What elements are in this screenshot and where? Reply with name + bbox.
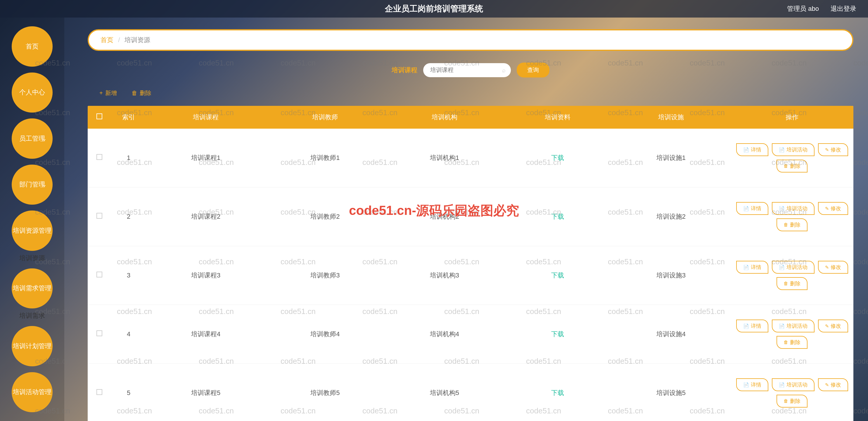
download-link[interactable]: 下载 <box>551 389 564 396</box>
download-link[interactable]: 下载 <box>551 213 564 220</box>
cell-facility: 培训设施2 <box>611 187 731 246</box>
cell-facility: 培训设施3 <box>611 246 731 305</box>
sidebar-item-5[interactable]: 培训需求管理 <box>12 268 53 309</box>
data-table: 索引培训课程培训教师培训机构培训资料培训设施操作 1培训课程1培训教师1培训机构… <box>88 106 854 421</box>
cell-index: 5 <box>111 364 146 421</box>
cell-org: 培训机构4 <box>385 305 504 364</box>
row-checkbox[interactable] <box>96 272 102 277</box>
edit-button[interactable]: ✎修改 <box>818 261 848 274</box>
table-header-2: 培训课程 <box>146 106 266 129</box>
cell-index: 3 <box>111 246 146 305</box>
table-row: 3培训课程3培训教师3培训机构3下载培训设施3📄详情📄培训活动✎修改🗑删除 <box>88 246 854 305</box>
edit-button-icon: ✎ <box>825 206 829 211</box>
activity-button[interactable]: 📄培训活动 <box>772 378 814 391</box>
download-link[interactable]: 下载 <box>551 272 564 279</box>
row-delete-button-icon: 🗑 <box>783 163 788 169</box>
cell-index: 2 <box>111 187 146 246</box>
activity-button[interactable]: 📄培训活动 <box>772 261 814 274</box>
sidebar-item-1[interactable]: 个人中心 <box>12 72 53 113</box>
detail-button[interactable]: 📄详情 <box>736 143 768 156</box>
logout-link[interactable]: 退出登录 <box>831 4 856 13</box>
sidebar: 首页个人中心员工管理部门管理培训资源管理培训资源培训需求管理培训需求培训计划管理… <box>0 18 64 421</box>
download-link[interactable]: 下载 <box>551 154 564 161</box>
delete-button[interactable]: 🗑 删除 <box>131 89 151 97</box>
table-row: 1培训课程1培训教师1培训机构1下载培训设施1📄详情📄培训活动✎修改🗑删除 <box>88 129 854 187</box>
cell-course: 培训课程2 <box>146 187 266 246</box>
detail-button[interactable]: 📄详情 <box>736 320 768 332</box>
search-button[interactable]: 查询 <box>517 63 550 78</box>
table-header-3: 培训教师 <box>266 106 384 129</box>
plus-icon: + <box>99 90 103 96</box>
select-all-checkbox[interactable] <box>96 114 102 119</box>
detail-button[interactable]: 📄详情 <box>736 378 768 391</box>
activity-button[interactable]: 📄培训活动 <box>772 202 814 215</box>
sidebar-item-2[interactable]: 员工管理 <box>12 118 53 159</box>
row-checkbox[interactable] <box>96 213 102 219</box>
table-header-1: 索引 <box>111 106 146 129</box>
row-delete-button[interactable]: 🗑删除 <box>777 277 807 290</box>
app-title: 企业员工岗前培训管理系统 <box>385 3 483 14</box>
cell-facility: 培训设施5 <box>611 364 731 421</box>
cell-org: 培训机构5 <box>385 364 504 421</box>
row-checkbox[interactable] <box>96 330 102 336</box>
cell-teacher: 培训教师4 <box>266 305 384 364</box>
cell-course: 培训课程3 <box>146 246 266 305</box>
breadcrumb-separator: / <box>118 36 120 43</box>
activity-button[interactable]: 📄培训活动 <box>772 320 814 332</box>
activity-button-icon: 📄 <box>779 265 785 270</box>
detail-button[interactable]: 📄详情 <box>736 261 768 274</box>
sidebar-item-4[interactable]: 培训资源管理 <box>12 210 53 251</box>
detail-button[interactable]: 📄详情 <box>736 202 768 215</box>
table-row: 5培训课程5培训教师5培训机构5下载培训设施5📄详情📄培训活动✎修改🗑删除 <box>88 364 854 421</box>
cell-course: 培训课程1 <box>146 129 266 187</box>
row-delete-button[interactable]: 🗑删除 <box>777 336 807 349</box>
edit-button-icon: ✎ <box>825 382 829 388</box>
cell-teacher: 培训教师1 <box>266 129 384 187</box>
cell-course: 培训课程5 <box>146 364 266 421</box>
cell-teacher: 培训教师3 <box>266 246 384 305</box>
table-header-6: 培训设施 <box>611 106 731 129</box>
edit-button[interactable]: ✎修改 <box>818 378 848 391</box>
row-checkbox[interactable] <box>96 154 102 160</box>
cell-org: 培训机构3 <box>385 246 504 305</box>
sidebar-item-3[interactable]: 部门管理 <box>12 164 53 205</box>
search-row: 培训课程 ⌕ 查询 <box>88 63 854 78</box>
sidebar-item-7[interactable]: 培训活动管理 <box>12 372 53 413</box>
table-row: 2培训课程2培训教师2培训机构2下载培训设施2📄详情📄培训活动✎修改🗑删除 <box>88 187 854 246</box>
main-content: 首页 / 培训资源 培训课程 ⌕ 查询 + 新增 🗑 删除 索引培训课程 <box>64 18 868 421</box>
row-delete-button[interactable]: 🗑删除 <box>777 160 807 173</box>
detail-button-icon: 📄 <box>743 382 749 388</box>
detail-button-icon: 📄 <box>743 206 749 211</box>
download-link[interactable]: 下载 <box>551 330 564 338</box>
row-checkbox[interactable] <box>96 389 102 395</box>
search-icon[interactable]: ⌕ <box>502 67 505 73</box>
breadcrumb-home[interactable]: 首页 <box>100 36 114 43</box>
sidebar-subitem-5[interactable]: 培训需求 <box>6 311 58 320</box>
activity-button[interactable]: 📄培训活动 <box>772 143 814 156</box>
edit-button[interactable]: ✎修改 <box>818 143 848 156</box>
add-button[interactable]: + 新增 <box>99 89 117 97</box>
sidebar-item-6[interactable]: 培训计划管理 <box>12 326 53 366</box>
search-input-wrap: ⌕ <box>423 63 511 77</box>
search-input[interactable] <box>423 63 511 77</box>
cell-facility: 培训设施4 <box>611 305 731 364</box>
cell-index: 1 <box>111 129 146 187</box>
row-delete-button[interactable]: 🗑删除 <box>777 395 807 408</box>
toolbar: + 新增 🗑 删除 <box>88 89 854 97</box>
row-delete-button[interactable]: 🗑删除 <box>777 218 807 231</box>
current-user[interactable]: 管理员 abo <box>787 4 819 13</box>
cell-index: 4 <box>111 305 146 364</box>
edit-button[interactable]: ✎修改 <box>818 202 848 215</box>
edit-button[interactable]: ✎修改 <box>818 320 848 332</box>
activity-button-icon: 📄 <box>779 147 785 153</box>
row-delete-button-icon: 🗑 <box>783 340 788 345</box>
app-header: 企业员工岗前培训管理系统 管理员 abo 退出登录 <box>0 0 868 18</box>
search-label: 培训课程 <box>392 66 417 74</box>
sidebar-item-0[interactable]: 首页 <box>12 26 53 67</box>
row-delete-button-icon: 🗑 <box>783 222 788 228</box>
breadcrumb: 首页 / 培训资源 <box>88 29 854 51</box>
table-header-0 <box>88 106 111 129</box>
row-delete-button-icon: 🗑 <box>783 281 788 286</box>
sidebar-subitem-4[interactable]: 培训资源 <box>6 254 58 263</box>
cell-facility: 培训设施1 <box>611 129 731 187</box>
